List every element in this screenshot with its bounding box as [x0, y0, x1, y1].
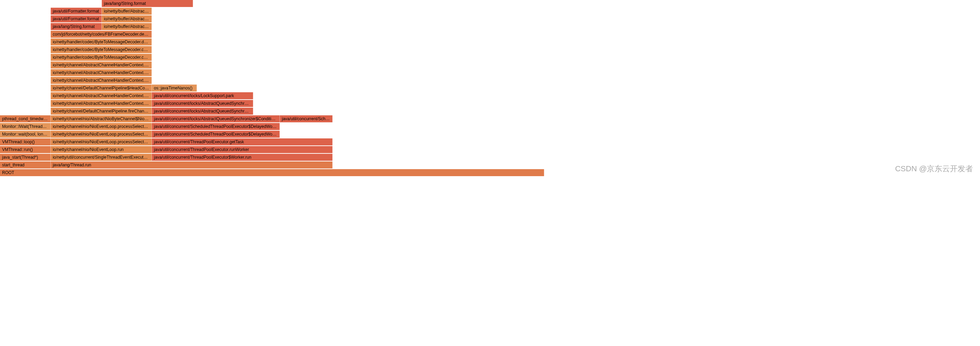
flame-frame[interactable]: java/util/concurrent/ThreadPoolExecutor$…	[152, 154, 332, 161]
flame-row: pthread_cond_timedwait@@GLIBC_2.3.2io/ne…	[0, 115, 980, 123]
flame-row: java/lang/String.format	[0, 0, 980, 8]
flame-frame[interactable]: java/util/concurrent/ThreadPoolExecutor.…	[152, 146, 332, 153]
flame-frame[interactable]: io/netty/channel/AbstractChannelHandlerC…	[51, 62, 152, 68]
flame-frame[interactable]: io/netty/channel/DefaultChannelPipeline.…	[51, 108, 152, 114]
flame-frame[interactable]: io/netty/channel/nio/NioEventLoop.run	[51, 146, 152, 153]
flame-frame[interactable]: java/util/concurrent/ScheduledThreadPool…	[152, 123, 280, 130]
flame-frame[interactable]: io/netty/handler/codec/ByteToMessageDeco…	[51, 46, 152, 53]
flame-frame[interactable]: io/netty/util/concurrent/SingleThreadEve…	[51, 154, 152, 161]
flame-row: io/netty/channel/DefaultChannelPipeline$…	[0, 84, 980, 92]
flame-row: io/netty/handler/codec/ByteToMessageDeco…	[0, 38, 980, 46]
flame-frame[interactable]: java/util/concurrent/ScheduledThreadPool…	[280, 115, 332, 122]
flame-row: io/netty/handler/codec/ByteToMessageDeco…	[0, 54, 980, 62]
flame-frame[interactable]: io/netty/channel/AbstractChannelHandlerC…	[51, 77, 152, 84]
flame-row: com/jd/forcebot/netty/codes/FBFrameDecod…	[0, 31, 980, 38]
flame-frame[interactable]: io/netty/buffer/AbstractByteBuf.readByte…	[102, 23, 152, 30]
flame-frame[interactable]: java/util/concurrent/locks/AbstractQueue…	[152, 100, 253, 107]
flame-frame[interactable]: os::javaTimeNanos()	[152, 84, 197, 92]
flame-frame[interactable]: java/lang/Thread.run	[51, 162, 332, 168]
flame-row: VMThread::loop()io/netty/channel/nio/Nio…	[0, 138, 980, 146]
flame-frame[interactable]: java/util/concurrent/locks/AbstractQueue…	[152, 108, 253, 114]
flame-row: Monitor::wait(bool, long, bool)io/netty/…	[0, 131, 980, 138]
flame-frame[interactable]: io/netty/channel/nio/NioEventLoop.proces…	[51, 123, 152, 130]
flame-row: java_start(Thread*)io/netty/util/concurr…	[0, 154, 980, 162]
flame-frame[interactable]: java_start(Thread*)	[0, 154, 51, 161]
flame-row: io/netty/channel/AbstractChannelHandlerC…	[0, 100, 980, 108]
flame-frame[interactable]: java/util/concurrent/ScheduledThreadPool…	[152, 131, 280, 138]
flame-row: VMThread::run()io/netty/channel/nio/NioE…	[0, 146, 980, 154]
flame-frame[interactable]: java/lang/String.format	[102, 0, 193, 7]
flame-row: ROOT	[0, 169, 980, 177]
flame-frame[interactable]: java/util/Formatter.format	[51, 15, 102, 22]
flame-frame[interactable]: io/netty/channel/nio/NioEventLoop.proces…	[51, 131, 152, 138]
flame-frame[interactable]: io/netty/buffer/AbstractByteBufAllocator…	[102, 8, 152, 15]
flame-frame[interactable]: io/netty/channel/AbstractChannelHandlerC…	[51, 69, 152, 76]
flame-frame[interactable]: io/netty/buffer/AbstractByteBufAllocator…	[102, 15, 152, 22]
flame-frame[interactable]: io/netty/channel/AbstractChannelHandlerC…	[51, 100, 152, 107]
flame-row: io/netty/channel/AbstractChannelHandlerC…	[0, 69, 980, 77]
flame-row: io/netty/channel/AbstractChannelHandlerC…	[0, 92, 980, 100]
flame-frame[interactable]: java/util/concurrent/ThreadPoolExecutor.…	[152, 138, 332, 145]
flame-row: io/netty/handler/codec/ByteToMessageDeco…	[0, 46, 980, 54]
flame-frame[interactable]: pthread_cond_timedwait@@GLIBC_2.3.2	[0, 115, 51, 122]
flame-frame[interactable]: java/util/concurrent/locks/AbstractQueue…	[152, 115, 280, 122]
flame-frame[interactable]: java/util/Formatter.format	[51, 8, 102, 15]
flame-row: io/netty/channel/AbstractChannelHandlerC…	[0, 62, 980, 69]
flame-row: java/util/Formatter.formatio/netty/buffe…	[0, 15, 980, 23]
flame-frame[interactable]: ROOT	[0, 169, 544, 176]
flame-frame[interactable]: java/util/concurrent/locks/LockSupport.p…	[152, 92, 253, 99]
flame-frame[interactable]: com/jd/forcebot/netty/codes/FBFrameDecod…	[51, 31, 152, 38]
flame-frame[interactable]: VMThread::run()	[0, 146, 51, 153]
flame-frame[interactable]: Monitor::IWait(Thread*, long)	[0, 123, 51, 130]
flame-frame[interactable]: java/lang/String.format	[51, 23, 102, 30]
flame-frame[interactable]: start_thread	[0, 162, 51, 168]
flame-frame[interactable]: VMThread::loop()	[0, 138, 51, 145]
flame-row: java/util/Formatter.formatio/netty/buffe…	[0, 8, 980, 15]
flame-row: io/netty/channel/DefaultChannelPipeline.…	[0, 108, 980, 115]
flame-row: io/netty/channel/AbstractChannelHandlerC…	[0, 77, 980, 84]
flame-frame[interactable]: io/netty/channel/nio/NioEventLoop.proces…	[51, 138, 152, 145]
flamegraph[interactable]: java/lang/String.formatjava/util/Formatt…	[0, 0, 980, 177]
flame-row: start_threadjava/lang/Thread.run	[0, 162, 980, 169]
flame-row: Monitor::IWait(Thread*, long)io/netty/ch…	[0, 123, 980, 131]
flame-row: java/lang/String.formatio/netty/buffer/A…	[0, 23, 980, 31]
flame-frame[interactable]: io/netty/handler/codec/ByteToMessageDeco…	[51, 38, 152, 45]
flame-frame[interactable]: io/netty/channel/AbstractChannelHandlerC…	[51, 92, 152, 99]
flame-frame[interactable]: io/netty/channel/nio/AbstractNioByteChan…	[51, 115, 152, 122]
flame-frame[interactable]: Monitor::wait(bool, long, bool)	[0, 131, 51, 138]
flame-frame[interactable]: io/netty/channel/DefaultChannelPipeline$…	[51, 84, 152, 92]
flame-frame[interactable]: io/netty/handler/codec/ByteToMessageDeco…	[51, 54, 152, 61]
